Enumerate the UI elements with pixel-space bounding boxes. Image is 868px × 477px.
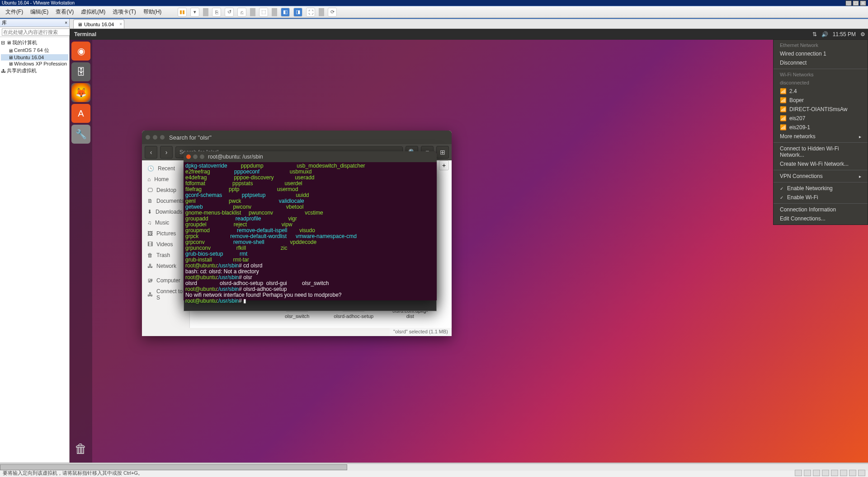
- trash-icon[interactable]: 🗑: [71, 439, 90, 458]
- nm-disconnect[interactable]: Disconnect: [774, 58, 868, 67]
- device-icon[interactable]: [840, 470, 847, 476]
- nm-ssid[interactable]: 📶DIRECT-OIANTISmsAw: [774, 105, 868, 114]
- nm-connect-hidden[interactable]: Connect to Hidden Wi-Fi Network...: [774, 144, 868, 159]
- menu-vm[interactable]: 虚拟机(M): [78, 7, 108, 17]
- dash-icon[interactable]: ◉: [71, 42, 90, 61]
- unity-icon[interactable]: ⬚: [259, 8, 268, 17]
- desktop-icon: 🖵: [147, 187, 153, 193]
- device-icon[interactable]: [822, 470, 829, 476]
- firefox-icon[interactable]: 🦊: [71, 83, 90, 102]
- sidebar-videos[interactable]: 🎞Videos: [142, 239, 189, 250]
- back-button[interactable]: ‹: [145, 146, 157, 159]
- library-title: 库: [2, 19, 7, 26]
- window-close-icon[interactable]: [186, 154, 191, 159]
- library-panel: 库 × ⊟ 🖥 我的计算机 🖥 CentOS 7 64 位 🖥 Ubuntu 1…: [0, 19, 70, 463]
- manage-icon[interactable]: ⎌: [237, 8, 246, 17]
- files-icon[interactable]: 🗄: [71, 62, 90, 81]
- device-icon[interactable]: [858, 470, 865, 476]
- terminal-titlebar[interactable]: root@ubuntu: /usr/sbin: [184, 151, 437, 162]
- tree-item[interactable]: 🖥 Ubuntu 16.04: [1, 54, 68, 61]
- chevron-right-icon: ▸: [859, 134, 861, 139]
- dropdown-icon[interactable]: ▾: [190, 8, 199, 17]
- nautilus-statusbar: "olsrd" selected (1.1 MB): [390, 328, 452, 336]
- vm-tab[interactable]: 🖥 Ubuntu 16.04×: [73, 19, 124, 28]
- sidebar-downloads[interactable]: ⬇Downloads: [142, 206, 189, 217]
- window-max-icon[interactable]: [160, 135, 165, 140]
- maximize-button[interactable]: ▢: [853, 0, 859, 6]
- console-icon[interactable]: ◨: [293, 8, 302, 17]
- network-icon: 🖧: [147, 263, 153, 269]
- device-icon[interactable]: [813, 470, 820, 476]
- library-search-input[interactable]: [2, 28, 72, 36]
- terminal-body[interactable]: dpkg-statoverride pppdump usb_modeswitch…: [184, 162, 437, 305]
- window-min-icon[interactable]: [153, 135, 157, 140]
- nm-create-new[interactable]: Create New Wi-Fi Network...: [774, 159, 868, 168]
- add-button[interactable]: +: [439, 160, 449, 170]
- tree-root[interactable]: ⊟ 🖥 我的计算机: [1, 39, 68, 47]
- nm-enable-networking[interactable]: ✓Enable Networking: [774, 184, 868, 193]
- menu-edit[interactable]: 编辑(E): [28, 7, 51, 17]
- check-icon: ✓: [780, 186, 784, 191]
- sidebar-pictures[interactable]: 🖼Pictures: [142, 228, 189, 239]
- window-max-icon[interactable]: [200, 154, 204, 159]
- volume-icon[interactable]: 🔊: [821, 31, 828, 37]
- revert-icon[interactable]: ↺: [225, 8, 234, 17]
- nm-vpn[interactable]: VPN Connections▸: [774, 172, 868, 181]
- pause-icon[interactable]: ▮▮: [178, 8, 187, 17]
- window-close-icon[interactable]: [146, 135, 150, 140]
- sidebar-trash[interactable]: 🗑Trash: [142, 250, 189, 261]
- sidebar-network[interactable]: 🖧Network: [142, 261, 189, 271]
- menu-file[interactable]: 文件(F): [3, 7, 26, 17]
- ubuntu-desktop[interactable]: Terminal ⇅ 🔊 11:55 PM ⚙ ◉ 🗄 🦊 A 🔧 >_ 🗑 E…: [70, 29, 868, 463]
- sidebar-computer[interactable]: 🖳Computer: [142, 275, 189, 286]
- menu-help[interactable]: 帮助(H): [141, 7, 165, 17]
- tree-item[interactable]: 🖥 CentOS 7 64 位: [1, 47, 68, 54]
- nm-ssid[interactable]: 📶eis207: [774, 114, 868, 123]
- fullscreen-icon[interactable]: ⛶: [306, 8, 315, 17]
- vmware-titlebar: Ubuntu 16.04 - VMware Workstation _ ▢ ×: [0, 0, 868, 6]
- nm-wired-connection[interactable]: Wired connection 1: [774, 49, 868, 58]
- menu-tabs[interactable]: 选项卡(T): [110, 7, 138, 17]
- topbar-app-title: Terminal: [74, 31, 96, 37]
- terminal-window[interactable]: root@ubuntu: /usr/sbin dpkg-statoverride…: [184, 151, 437, 300]
- software-icon[interactable]: A: [71, 104, 90, 123]
- menu-view[interactable]: 查看(V): [53, 7, 76, 17]
- file-item[interactable]: olsrd: [445, 287, 452, 319]
- sidebar-music[interactable]: ♫Music: [142, 217, 189, 228]
- sidebar-connect-server[interactable]: 🖧Connect to S: [142, 286, 189, 303]
- sidebar-desktop[interactable]: 🖵Desktop: [142, 185, 189, 196]
- close-button[interactable]: ×: [860, 0, 866, 6]
- nm-ssid[interactable]: 📶Boper: [774, 96, 868, 105]
- fit-icon[interactable]: ◧: [281, 8, 290, 17]
- settings-icon[interactable]: 🔧: [71, 125, 90, 144]
- device-icon[interactable]: [795, 470, 802, 476]
- nautilus-titlebar[interactable]: Search for "olsr": [142, 131, 452, 144]
- nm-enable-wifi[interactable]: ✓Enable Wi-Fi: [774, 193, 868, 202]
- nm-more-networks[interactable]: More networks▸: [774, 132, 868, 141]
- clock-icon: 🕓: [147, 165, 154, 172]
- library-close-icon[interactable]: ×: [65, 20, 67, 25]
- minimize-button[interactable]: _: [845, 0, 852, 6]
- forward-button[interactable]: ›: [160, 146, 173, 159]
- sidebar-recent[interactable]: 🕓Recent: [142, 163, 189, 174]
- cycle-icon[interactable]: ⟳: [328, 8, 337, 17]
- device-icon[interactable]: [804, 470, 811, 476]
- gear-icon[interactable]: ⚙: [860, 31, 865, 37]
- device-icon[interactable]: [849, 470, 856, 476]
- nm-connection-info[interactable]: Connection Information: [774, 205, 868, 214]
- tab-close-icon[interactable]: ×: [119, 22, 122, 27]
- nm-ssid[interactable]: 📶eis209-1: [774, 123, 868, 132]
- sidebar-documents[interactable]: 🗎Documents: [142, 196, 189, 206]
- clock[interactable]: 11:55 PM: [833, 31, 856, 37]
- snapshot-icon[interactable]: ⎘: [212, 8, 221, 17]
- network-indicator-icon[interactable]: ⇅: [812, 31, 817, 37]
- grid-view-icon[interactable]: ⊞: [436, 146, 449, 159]
- nm-edit-connections[interactable]: Edit Connections...: [774, 214, 868, 223]
- window-min-icon[interactable]: [193, 154, 198, 159]
- wifi-icon: 📶: [780, 115, 787, 122]
- tree-item[interactable]: 🖥 Windows XP Profession: [1, 61, 68, 67]
- device-icon[interactable]: [831, 470, 838, 476]
- sidebar-home[interactable]: ⌂Home: [142, 174, 189, 185]
- tree-shared[interactable]: 🖧 共享的虚拟机: [1, 67, 68, 75]
- nm-ssid[interactable]: 📶2.4: [774, 87, 868, 96]
